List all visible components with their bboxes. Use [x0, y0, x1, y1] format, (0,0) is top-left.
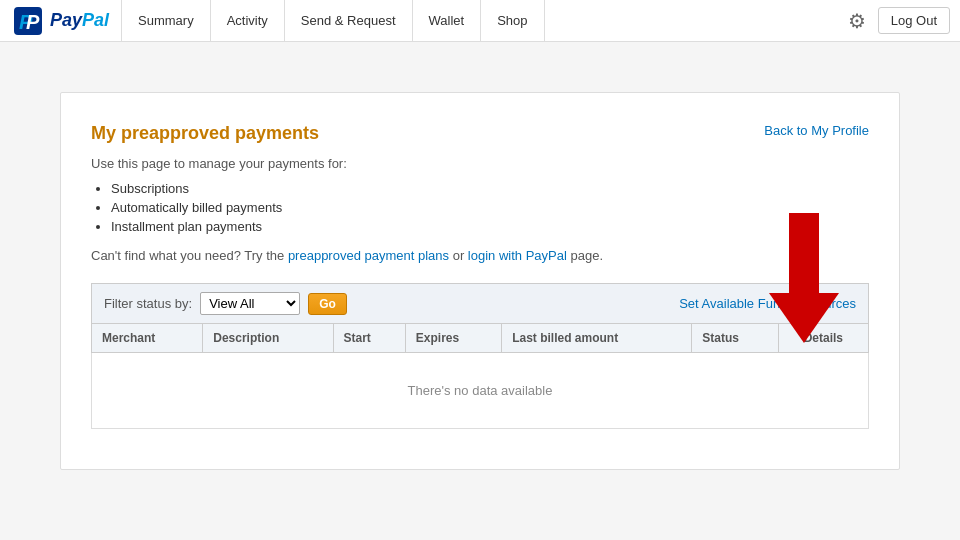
table-body: There's no data available [92, 353, 869, 429]
header-right: ⚙ Log Out [844, 0, 950, 41]
page-title: My preapproved payments [91, 123, 869, 144]
paypal-brand-text: Pay [50, 10, 82, 31]
paypal-brand-text2: Pal [82, 10, 109, 31]
logout-button[interactable]: Log Out [878, 7, 950, 34]
col-status: Status [692, 324, 778, 353]
col-description: Description [203, 324, 333, 353]
nav-summary[interactable]: Summary [122, 0, 211, 41]
list-item-subscriptions: Subscriptions [111, 181, 869, 196]
list-item-installment: Installment plan payments [111, 219, 869, 234]
paypal-icon: P P [14, 7, 42, 35]
filter-bar: Filter status by: View All Active Cancel… [91, 283, 869, 323]
nav-activity[interactable]: Activity [211, 0, 285, 41]
filter-label: Filter status by: [104, 296, 192, 311]
nav-send-request[interactable]: Send & Request [285, 0, 413, 41]
set-funding-sources-link[interactable]: Set Available Funding Sources [679, 296, 856, 311]
payments-list: Subscriptions Automatically billed payme… [91, 181, 869, 234]
paypal-logo: P P PayPal [14, 7, 109, 35]
filter-status-select[interactable]: View All Active Cancelled Inactive Suspe… [200, 292, 300, 315]
main-nav: Summary Activity Send & Request Wallet S… [122, 0, 844, 41]
go-button[interactable]: Go [308, 293, 347, 315]
logo-container: P P PayPal [10, 0, 122, 41]
filter-left: Filter status by: View All Active Cancel… [104, 292, 347, 315]
back-to-profile-link[interactable]: Back to My Profile [764, 123, 869, 138]
table-header: Merchant Description Start Expires Last … [92, 324, 869, 353]
table-header-row: Merchant Description Start Expires Last … [92, 324, 869, 353]
cant-find-text: Can't find what you need? Try the preapp… [91, 248, 869, 263]
svg-text:P: P [26, 11, 40, 33]
settings-button[interactable]: ⚙ [844, 5, 870, 37]
description-text: Use this page to manage your payments fo… [91, 156, 869, 171]
col-details: Details [778, 324, 868, 353]
login-paypal-link[interactable]: login with PayPal [468, 248, 567, 263]
col-start: Start [333, 324, 405, 353]
col-expires: Expires [405, 324, 501, 353]
nav-wallet[interactable]: Wallet [413, 0, 482, 41]
nav-shop[interactable]: Shop [481, 0, 544, 41]
empty-message: There's no data available [92, 353, 869, 429]
paypal-svg-icon: P P [14, 7, 42, 35]
col-merchant: Merchant [92, 324, 203, 353]
main-panel: My preapproved payments Back to My Profi… [60, 92, 900, 470]
preapproved-payments-table: Merchant Description Start Expires Last … [91, 323, 869, 429]
list-item-auto-billed: Automatically billed payments [111, 200, 869, 215]
header: P P PayPal Summary Activity Send & Reque… [0, 0, 960, 42]
preapproved-plans-link[interactable]: preapproved payment plans [288, 248, 449, 263]
empty-row: There's no data available [92, 353, 869, 429]
col-last-billed: Last billed amount [502, 324, 692, 353]
